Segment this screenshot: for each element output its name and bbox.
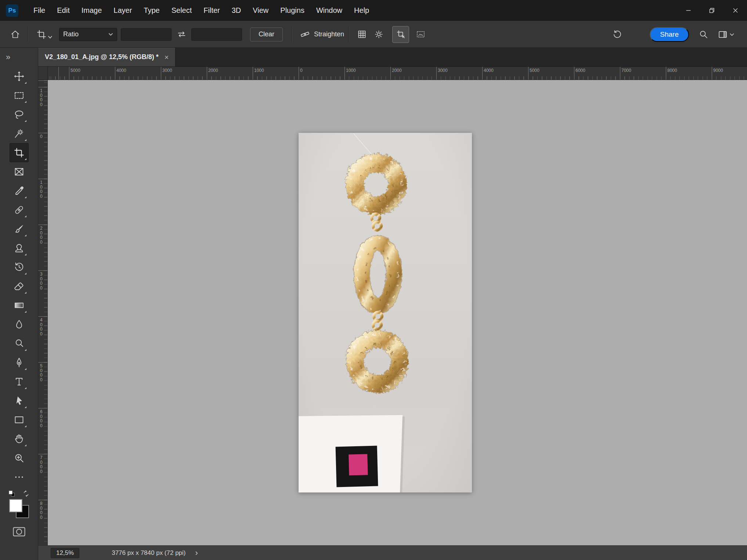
h-ruler-label: 0	[300, 68, 303, 73]
document-image[interactable]	[299, 133, 472, 492]
menu-file[interactable]: File	[28, 0, 51, 21]
straighten-icon[interactable]	[296, 26, 313, 43]
horizontal-ruler[interactable]: 5000400030002000100001000200030004000500…	[48, 67, 747, 80]
h-ruler-label: 2000	[392, 68, 402, 73]
rectangular-marquee-tool[interactable]	[10, 86, 29, 105]
zoom-level-field[interactable]: 12,5%	[51, 548, 79, 558]
content-aware-fill-icon[interactable]	[412, 26, 429, 43]
app-logo: Ps	[6, 4, 18, 17]
search-icon[interactable]	[695, 26, 712, 43]
menu-image[interactable]: Image	[76, 0, 108, 21]
menu-bar: FileEditImageLayerTypeSelectFilter3DView…	[28, 0, 375, 21]
crop-tool[interactable]	[10, 143, 29, 162]
share-button[interactable]: Share	[650, 27, 689, 42]
brush-tool[interactable]	[10, 219, 29, 239]
magic-wand-tool[interactable]	[10, 124, 29, 143]
document-tab-bar: V2_180_01_A.jpg @ 12,5% (RGB/8) * ×	[38, 48, 747, 67]
tab-close-icon[interactable]: ×	[165, 54, 169, 61]
title-bar: Ps FileEditImageLayerTypeSelectFilter3DV…	[0, 0, 747, 21]
default-colors-icon[interactable]	[9, 491, 15, 497]
h-ruler-label: 5000	[71, 68, 80, 73]
vertical-ruler[interactable]: 1 0 0 001 0 0 02 0 0 03 0 0 04 0 0 05 0 …	[38, 80, 48, 545]
menu-help[interactable]: Help	[348, 0, 375, 21]
aspect-ratio-value: Ratio	[63, 30, 79, 38]
document-tab-title: V2_180_01_A.jpg @ 12,5% (RGB/8) *	[45, 53, 159, 61]
collapse-panels-icon[interactable]: »	[0, 48, 38, 67]
history-brush-tool[interactable]	[10, 258, 29, 277]
rectangle-tool[interactable]	[10, 410, 29, 429]
menu-filter[interactable]: Filter	[198, 0, 225, 21]
menu-select[interactable]: Select	[166, 0, 198, 21]
h-ruler-label: 5000	[530, 68, 540, 73]
h-ruler-label: 7000	[621, 68, 631, 73]
hand-tool[interactable]	[10, 429, 29, 448]
window-controls	[676, 0, 747, 21]
swap-colors-icon[interactable]	[23, 490, 29, 497]
close-button[interactable]	[723, 0, 747, 21]
crop-tool-preset[interactable]	[35, 28, 54, 41]
menu-type[interactable]: Type	[138, 0, 165, 21]
menu-layer[interactable]: Layer	[108, 0, 138, 21]
edit-toolbar[interactable]	[10, 468, 29, 487]
photoshop-window: Ps FileEditImageLayerTypeSelectFilter3DV…	[0, 0, 747, 560]
gradient-tool[interactable]	[10, 296, 29, 315]
type-tool[interactable]	[10, 372, 29, 391]
pen-tool[interactable]	[10, 353, 29, 372]
overlay-grid-icon[interactable]	[353, 26, 370, 43]
minimize-button[interactable]	[676, 0, 700, 21]
clone-stamp-tool[interactable]	[10, 239, 29, 258]
blur-tool[interactable]	[10, 315, 29, 334]
zoom-tool[interactable]	[10, 448, 29, 468]
home-icon[interactable]	[7, 26, 24, 43]
straighten-label[interactable]: Straighten	[314, 30, 344, 38]
crop-width-input[interactable]	[121, 28, 172, 41]
tools-list	[10, 67, 29, 487]
dodge-tool[interactable]	[10, 334, 29, 353]
h-ruler-label: 6000	[575, 68, 585, 73]
document-tab[interactable]: V2_180_01_A.jpg @ 12,5% (RGB/8) * ×	[38, 48, 176, 66]
tools-panel: »	[0, 48, 38, 560]
separator	[349, 27, 349, 42]
frame-tool[interactable]	[10, 162, 29, 181]
menu-edit[interactable]: Edit	[51, 0, 75, 21]
chevron-down-icon	[729, 33, 735, 36]
menu-3d[interactable]: 3D	[226, 0, 247, 21]
color-swatches[interactable]	[8, 498, 30, 519]
quick-mask-icon[interactable]	[13, 527, 25, 538]
workspace-switcher[interactable]	[718, 29, 735, 40]
status-expand-icon[interactable]: ›	[195, 549, 198, 557]
path-selection-tool[interactable]	[10, 391, 29, 410]
v-ruler-label: 5 0 0 0	[40, 364, 43, 382]
document-dimensions: 3776 px x 7840 px (72 ppi)	[112, 549, 185, 557]
menu-window[interactable]: Window	[310, 0, 348, 21]
delete-cropped-pixels-icon[interactable]	[392, 26, 409, 43]
h-ruler-label: 9000	[713, 68, 723, 73]
clear-button[interactable]: Clear	[250, 28, 283, 41]
lasso-tool[interactable]	[10, 105, 29, 124]
canvas-pasteboard[interactable]	[48, 80, 747, 545]
crop-height-input[interactable]	[191, 28, 242, 41]
menu-view[interactable]: View	[247, 0, 274, 21]
move-tool[interactable]	[10, 67, 29, 86]
h-ruler-label: 4000	[116, 68, 126, 73]
h-ruler-label: 3000	[162, 68, 172, 73]
color-calibration-card	[299, 415, 405, 492]
eraser-tool[interactable]	[10, 277, 29, 296]
eyedropper-tool[interactable]	[10, 181, 29, 200]
restore-button[interactable]	[700, 0, 723, 21]
menu-plugins[interactable]: Plugins	[274, 0, 310, 21]
reset-icon[interactable]	[609, 26, 625, 43]
swap-dimensions-icon[interactable]	[175, 26, 188, 43]
ruler-corner[interactable]	[38, 67, 48, 80]
separator	[292, 27, 292, 42]
foreground-color-swatch[interactable]	[9, 499, 22, 512]
status-bar: 12,5% 3776 px x 7840 px (72 ppi) ›	[38, 545, 747, 560]
h-ruler-label: 2000	[208, 68, 218, 73]
healing-brush-tool[interactable]	[10, 200, 29, 219]
v-ruler-label: 2 0 0 0	[40, 226, 43, 244]
crop-settings-gear-icon[interactable]	[370, 26, 387, 43]
aspect-ratio-select[interactable]: Ratio	[59, 28, 117, 41]
h-ruler-label: 4000	[484, 68, 494, 73]
color-swatch-cluster	[8, 490, 30, 538]
h-ruler-label: 3000	[438, 68, 448, 73]
